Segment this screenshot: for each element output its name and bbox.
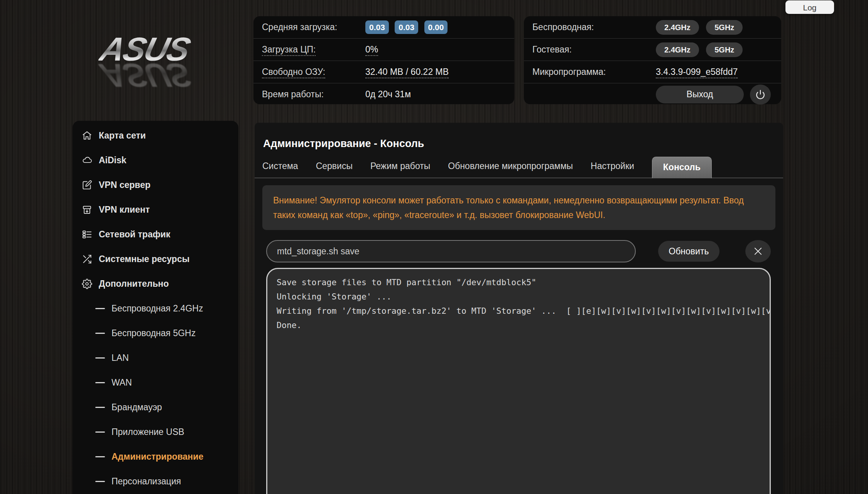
wireless-24ghz-button[interactable]: 2.4GHz: [656, 20, 699, 35]
sidebar-item-advanced[interactable]: Дополнительно: [73, 271, 238, 296]
free-ram-row: Свободно ОЗУ: 32.40 MB / 60.22 MB: [253, 61, 514, 83]
shuffle-icon: [82, 254, 92, 264]
guest-row: Гостевая: 2.4GHz 5GHz: [524, 39, 781, 61]
load-badge-2: 0.03: [395, 20, 418, 34]
sidebar-subitem-personalization[interactable]: Персонализация: [73, 469, 238, 494]
cloud-icon: [82, 155, 92, 166]
sidebar-subitem-lan[interactable]: LAN: [73, 345, 238, 370]
tab-settings[interactable]: Настройки: [591, 161, 634, 178]
dash-icon: [95, 481, 105, 482]
free-ram-value[interactable]: 32.40 MB / 60.22 MB: [365, 67, 449, 77]
dash-icon: [95, 357, 105, 359]
router-admin-page: Log ASUS ASUS Средняя загрузка: 0.03 0.0…: [0, 0, 868, 494]
logout-row: Выход: [524, 83, 781, 105]
console-line: Unlocking 'Storage' ...: [277, 289, 770, 304]
firmware-row: Микропрограмма: 3.4.3.9-099_e58fdd7: [524, 61, 781, 83]
sidebar-item-vpn-client[interactable]: VPN клиент: [73, 197, 238, 222]
dash-icon: [95, 382, 105, 383]
command-input[interactable]: [266, 240, 636, 262]
uptime-row: Время работы: 0д 20ч 31м: [253, 83, 514, 105]
console-warning-text: Внимание! Эмулятор консоли может работат…: [262, 185, 775, 230]
asus-logo: ASUS ASUS: [101, 32, 217, 90]
tab-bar: Система Сервисы Режим работы Обновление …: [255, 157, 783, 178]
main-content: Администрирование - Консоль Система Серв…: [255, 123, 783, 494]
gear-icon: [82, 279, 92, 289]
sidebar-item-aidisk[interactable]: AiDisk: [73, 148, 238, 173]
guest-label: Гостевая:: [532, 44, 656, 55]
sidebar-subitem-wan[interactable]: WAN: [73, 370, 238, 395]
close-icon: [753, 246, 763, 257]
tab-system[interactable]: Система: [262, 161, 298, 178]
home-icon: [82, 130, 92, 141]
vpn-server-icon: [82, 180, 92, 190]
firmware-version-link[interactable]: 3.4.3.9-099_e58fdd7: [656, 67, 738, 77]
vpn-client-icon: [82, 205, 92, 215]
traffic-icon: [82, 229, 92, 240]
power-icon: [755, 90, 765, 100]
uptime-label: Время работы:: [262, 89, 365, 100]
load-badge-1: 0.03: [365, 20, 389, 34]
system-stats-panel: Средняя загрузка: 0.03 0.03 0.00 Загрузк…: [253, 16, 514, 104]
cpu-usage-value[interactable]: 0%: [365, 44, 378, 55]
reboot-button[interactable]: [750, 85, 771, 105]
page-title: Администрирование - Консоль: [255, 130, 783, 150]
wireless-bands: 2.4GHz 5GHz: [656, 20, 747, 35]
load-average-label: Средняя загрузка:: [262, 22, 365, 32]
command-row: Обновить: [266, 240, 771, 262]
sidebar-subitem-usb-app[interactable]: Приложение USB: [73, 420, 238, 444]
sidebar-item-network-map[interactable]: Карта сети: [73, 123, 238, 148]
asus-logo-reflection: ASUS: [97, 59, 221, 92]
uptime-value: 0д 20ч 31м: [365, 89, 411, 100]
dash-icon: [95, 456, 105, 457]
load-average-values: 0.03 0.03 0.00: [365, 20, 451, 34]
tab-console[interactable]: Консоль: [652, 157, 712, 178]
log-button[interactable]: Log: [785, 0, 834, 14]
tab-firmware-upgrade[interactable]: Обновление микропрограммы: [448, 161, 573, 178]
tab-services[interactable]: Сервисы: [316, 161, 353, 178]
console-output[interactable]: Save storage files to MTD partition "/de…: [266, 268, 771, 494]
clear-button[interactable]: [745, 240, 771, 262]
firmware-label: Микропрограмма:: [532, 67, 656, 77]
guest-bands: 2.4GHz 5GHz: [656, 42, 747, 57]
dash-icon: [95, 431, 105, 433]
tab-operation-mode[interactable]: Режим работы: [370, 161, 430, 178]
load-average-row: Средняя загрузка: 0.03 0.03 0.00: [253, 16, 514, 39]
sidebar-subitem-firewall[interactable]: Брандмауэр: [73, 395, 238, 420]
cpu-usage-row: Загрузка ЦП: 0%: [253, 39, 514, 61]
wireless-5ghz-button[interactable]: 5GHz: [706, 20, 743, 35]
guest-5ghz-button[interactable]: 5GHz: [706, 42, 743, 57]
load-badge-3: 0.00: [424, 20, 448, 34]
wireless-row: Беспроводная: 2.4GHz 5GHz: [524, 16, 781, 39]
cpu-usage-label: Загрузка ЦП:: [262, 44, 365, 55]
sidebar-item-vpn-server[interactable]: VPN сервер: [73, 173, 238, 197]
free-ram-label: Свободно ОЗУ:: [262, 67, 365, 77]
console-line: Writing from '/tmp/storage.tar.bz2' to M…: [277, 304, 770, 318]
dash-icon: [95, 333, 105, 334]
sidebar-item-network-traffic[interactable]: Сетевой трафик: [73, 222, 238, 247]
sidebar-subitem-administration[interactable]: Администрирование: [73, 444, 238, 469]
console-line: Save storage files to MTD partition "/de…: [277, 275, 770, 289]
console-line: Done.: [277, 318, 770, 332]
sidebar-subitem-wireless-24[interactable]: Беспроводная 2.4GHz: [73, 296, 238, 321]
wireless-label: Беспроводная:: [532, 22, 656, 32]
guest-24ghz-button[interactable]: 2.4GHz: [656, 42, 699, 57]
logout-button[interactable]: Выход: [656, 86, 744, 103]
wireless-panel: Беспроводная: 2.4GHz 5GHz Гостевая: 2.4G…: [524, 16, 781, 104]
refresh-button[interactable]: Обновить: [658, 241, 720, 262]
dash-icon: [95, 308, 105, 309]
sidebar-item-system-resources[interactable]: Системные ресурсы: [73, 247, 238, 271]
dash-icon: [95, 407, 105, 408]
sidebar-subitem-wireless-5[interactable]: Беспроводная 5GHz: [73, 321, 238, 345]
sidebar-nav: Карта сети AiDisk VPN сервер VPN клиент …: [73, 121, 238, 494]
